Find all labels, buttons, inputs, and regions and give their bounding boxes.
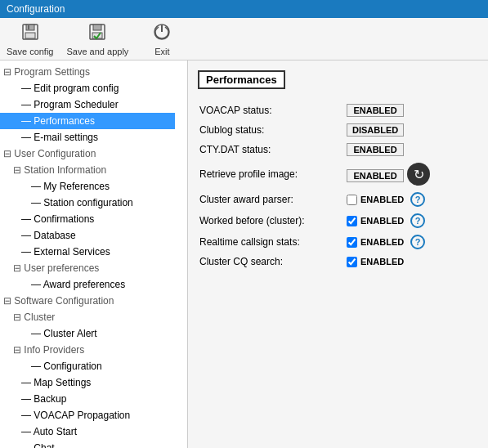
status-button-retrieve-profile[interactable]: ENABLED xyxy=(347,169,404,182)
tree-item-edit-program-config[interactable]: — Edit program config xyxy=(0,80,175,96)
setting-row-cluster-award: Cluster award parser:ENABLED? xyxy=(198,189,478,210)
svg-rect-1 xyxy=(26,25,34,30)
checkbox-realtime-callsign[interactable] xyxy=(347,237,357,248)
tree-item-cluster[interactable]: ⊟ Cluster xyxy=(0,309,175,325)
tree-item-user-preferences[interactable]: ⊟ User preferences xyxy=(0,260,175,276)
checkbox-cluster-award[interactable] xyxy=(347,195,357,205)
save-config-label: Save config xyxy=(7,47,53,56)
checkbox-label-cluster-cq: ENABLED xyxy=(360,257,404,267)
exit-button[interactable]: Exit xyxy=(141,22,182,56)
save-config-button[interactable]: Save config xyxy=(7,22,53,56)
setting-label-cluster-cq: Cluster CQ search: xyxy=(198,253,345,271)
tree-item-program-scheduler[interactable]: — Program Scheduler xyxy=(0,96,175,113)
toolbar: Save config Save and apply Exit xyxy=(0,18,488,60)
main-layout: ⊟ Program Settings— Edit program config—… xyxy=(0,60,488,448)
svg-rect-5 xyxy=(93,25,101,30)
status-button-voacap-status[interactable]: ENABLED xyxy=(347,104,404,117)
save-apply-button[interactable]: Save and apply xyxy=(66,22,128,56)
setting-row-clublog-status: Clublog status:DISABLED xyxy=(198,120,478,140)
svg-rect-2 xyxy=(25,33,35,38)
setting-row-cluster-cq: Cluster CQ search:ENABLED xyxy=(198,253,478,271)
setting-label-retrieve-profile: Retrieve profile image: xyxy=(198,159,345,189)
setting-row-voacap-status: VOACAP status:ENABLED xyxy=(198,101,478,120)
setting-row-ctydat-status: CTY.DAT status:ENABLED xyxy=(198,140,478,159)
checkbox-label-cluster-award: ENABLED xyxy=(360,195,404,204)
tree-item-info-providers[interactable]: ⊟ Info Providers xyxy=(0,342,175,358)
section-title: Performances xyxy=(198,70,285,89)
refresh-button-retrieve-profile[interactable]: ↻ xyxy=(407,163,430,186)
tree-item-station-configuration[interactable]: — Station configuration xyxy=(0,195,175,211)
help-icon-cluster-award[interactable]: ? xyxy=(410,192,425,207)
tree-item-cluster-alert[interactable]: — Cluster Alert xyxy=(0,325,175,342)
setting-label-ctydat-status: CTY.DAT status: xyxy=(198,140,345,159)
tree-item-user-configuration[interactable]: ⊟ User Configuration xyxy=(0,146,175,162)
tree-item-voacap-propagation[interactable]: — VOACAP Propagation xyxy=(0,407,175,423)
setting-label-realtime-callsign: Realtime callsign stats: xyxy=(198,231,345,253)
tree-item-my-references[interactable]: — My References xyxy=(0,178,175,195)
tree-item-database[interactable]: — Database xyxy=(0,227,175,244)
setting-label-voacap-status: VOACAP status: xyxy=(198,101,345,120)
checkbox-cluster-cq[interactable] xyxy=(347,257,357,267)
tree-item-map-settings[interactable]: — Map Settings xyxy=(0,374,175,391)
tree-panel[interactable]: ⊟ Program Settings— Edit program config—… xyxy=(0,60,188,448)
setting-label-cluster-award: Cluster award parser: xyxy=(198,189,345,210)
save-apply-icon xyxy=(87,22,107,45)
help-icon-realtime-callsign[interactable]: ? xyxy=(410,235,425,249)
tree-item-chat[interactable]: — Chat xyxy=(0,440,175,448)
save-apply-label: Save and apply xyxy=(66,47,128,56)
exit-icon xyxy=(152,22,172,45)
setting-row-retrieve-profile: Retrieve profile image:ENABLED↻ xyxy=(198,159,478,189)
setting-row-worked-before: Worked before (cluster):ENABLED? xyxy=(198,210,478,231)
checkbox-label-realtime-callsign: ENABLED xyxy=(360,237,404,247)
tree-item-confirmations[interactable]: — Confirmations xyxy=(0,211,175,227)
tree-item-performances[interactable]: — Performances xyxy=(0,113,175,129)
tree-item-external-services[interactable]: — External Services xyxy=(0,244,175,260)
tree-item-info-configuration[interactable]: — Configuration xyxy=(0,358,175,374)
titlebar-label: Configuration xyxy=(7,3,65,15)
tree-item-software-configuration[interactable]: ⊟ Software Configuration xyxy=(0,293,175,309)
titlebar: Configuration xyxy=(0,0,488,18)
save-config-icon xyxy=(20,22,40,45)
tree-item-award-preferences[interactable]: — Award preferences xyxy=(0,276,175,293)
tree-item-program-settings[interactable]: ⊟ Program Settings xyxy=(0,64,175,80)
setting-label-clublog-status: Clublog status: xyxy=(198,120,345,140)
tree-item-auto-start[interactable]: — Auto Start xyxy=(0,423,175,440)
tree-item-station-information[interactable]: ⊟ Station Information xyxy=(0,162,175,178)
checkbox-label-worked-before: ENABLED xyxy=(360,216,404,226)
setting-row-realtime-callsign: Realtime callsign stats:ENABLED? xyxy=(198,231,478,253)
status-button-clublog-status[interactable]: DISABLED xyxy=(347,123,404,137)
checkbox-worked-before[interactable] xyxy=(347,216,357,226)
setting-label-worked-before: Worked before (cluster): xyxy=(198,210,345,231)
tree-item-email-settings[interactable]: — E-mail settings xyxy=(0,129,175,146)
svg-rect-3 xyxy=(28,25,29,29)
exit-label: Exit xyxy=(154,47,169,56)
help-icon-worked-before[interactable]: ? xyxy=(410,213,425,228)
tree-item-backup[interactable]: — Backup xyxy=(0,391,175,407)
right-panel: Performances VOACAP status:ENABLEDClublo… xyxy=(188,60,488,448)
settings-table: VOACAP status:ENABLEDClublog status:DISA… xyxy=(198,101,478,271)
tree-content: ⊟ Program Settings— Edit program config—… xyxy=(0,60,175,448)
status-button-ctydat-status[interactable]: ENABLED xyxy=(347,143,404,156)
